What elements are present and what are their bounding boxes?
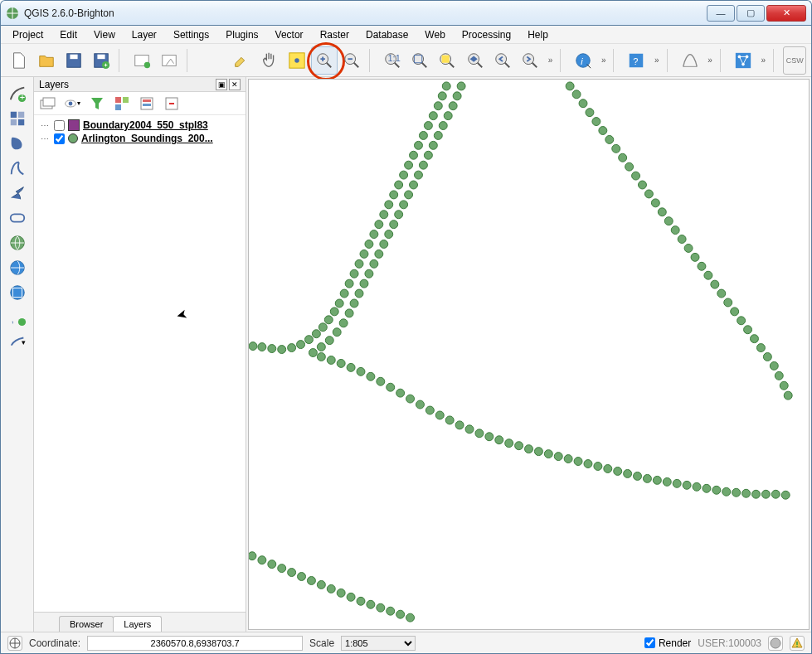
add-delimited-text-button[interactable]: ,: [5, 306, 30, 329]
scale-select[interactable]: 1:805: [341, 636, 416, 651]
toolbar-overflow-2[interactable]: »: [598, 56, 610, 65]
status-bar: Coordinate: Scale 1:805 Render USER:1000…: [1, 632, 811, 653]
add-spatialite-layer-button[interactable]: [5, 157, 30, 180]
toolbar-overflow-1[interactable]: »: [545, 56, 557, 65]
toolbar-overflow-4[interactable]: »: [704, 56, 716, 65]
add-raster-layer-button[interactable]: [5, 107, 30, 130]
csw-button[interactable]: CSW: [783, 46, 806, 75]
panel-close-button[interactable]: ✕: [229, 79, 241, 90]
identify-button[interactable]: i: [571, 46, 596, 75]
topology-button[interactable]: [730, 46, 756, 75]
new-shapefile-button[interactable]: ▾: [5, 331, 30, 354]
menu-edit[interactable]: Edit: [53, 27, 84, 42]
menu-view[interactable]: View: [87, 27, 122, 42]
current-edits-button[interactable]: [229, 46, 255, 75]
help-button[interactable]: ?: [624, 46, 649, 75]
pan-to-selection-button[interactable]: [284, 46, 309, 75]
toolbar-overflow-5[interactable]: »: [757, 56, 769, 65]
map-canvas[interactable]: [248, 79, 810, 630]
menu-plugins[interactable]: Plugins: [219, 27, 265, 42]
svg-point-195: [763, 353, 771, 361]
menu-processing[interactable]: Processing: [455, 27, 518, 42]
add-wfs-layer-button[interactable]: [5, 281, 30, 304]
manage-visibility-button[interactable]: ▾: [64, 95, 80, 112]
svg-point-74: [345, 279, 353, 288]
toggle-extents-button[interactable]: [7, 636, 22, 651]
tree-expander-icon[interactable]: ⋯: [39, 121, 51, 130]
zoom-selection-button[interactable]: [435, 46, 460, 75]
svg-point-159: [732, 488, 741, 497]
toolbar-overflow-3[interactable]: »: [651, 56, 663, 65]
svg-point-125: [396, 389, 405, 397]
new-project-button[interactable]: [6, 46, 32, 75]
menu-layer[interactable]: Layer: [125, 27, 163, 42]
menu-raster[interactable]: Raster: [314, 27, 356, 42]
qgis-logo-icon: [6, 7, 19, 20]
panel-tabs: Browser Layers: [34, 612, 246, 632]
layout-manager-button[interactable]: [157, 46, 182, 75]
svg-point-135: [495, 436, 503, 444]
remove-layer-button[interactable]: [163, 95, 180, 112]
crs-status-button[interactable]: [768, 636, 783, 651]
layer-row-boundary[interactable]: ⋯ Boundary2004_550_stpl83: [34, 119, 246, 132]
svg-point-59: [419, 131, 427, 139]
add-wms-layer-button[interactable]: [5, 231, 30, 254]
svg-point-154: [683, 481, 691, 489]
messages-button[interactable]: [790, 636, 805, 651]
svg-point-157: [712, 486, 721, 494]
tree-expander-icon[interactable]: ⋯: [39, 134, 51, 143]
zoom-last-button[interactable]: [489, 46, 515, 75]
add-oracle-layer-button[interactable]: [5, 206, 30, 230]
render-checkbox[interactable]: [644, 637, 655, 648]
tab-layers[interactable]: Layers: [113, 616, 162, 632]
window-maximize-button[interactable]: ▢: [737, 5, 765, 22]
menu-database[interactable]: Database: [359, 27, 415, 42]
svg-point-123: [377, 377, 385, 385]
coordinate-input[interactable]: [87, 636, 303, 651]
zoom-native-button[interactable]: 1:1: [379, 46, 405, 75]
svg-point-203: [278, 564, 286, 573]
window-minimize-button[interactable]: —: [707, 5, 735, 22]
tab-browser[interactable]: Browser: [59, 616, 114, 632]
zoom-next-button[interactable]: [517, 46, 542, 75]
add-group-button[interactable]: [39, 95, 56, 112]
save-as-button[interactable]: [89, 46, 114, 75]
panel-undock-button[interactable]: ▣: [216, 79, 227, 90]
crs-label[interactable]: USER:100003: [698, 637, 761, 649]
expand-all-button[interactable]: [114, 95, 130, 112]
open-project-button[interactable]: [33, 46, 59, 75]
menu-help[interactable]: Help: [521, 27, 555, 42]
menu-web[interactable]: Web: [418, 27, 451, 42]
add-wcs-layer-button[interactable]: [5, 256, 30, 279]
filter-legend-button[interactable]: [89, 95, 105, 112]
svg-point-96: [419, 161, 427, 169]
zoom-in-button[interactable]: [311, 46, 337, 75]
add-postgis-layer-button[interactable]: [5, 132, 30, 155]
svg-point-215: [396, 610, 405, 618]
svg-point-209: [337, 589, 345, 597]
svg-point-7: [144, 61, 150, 67]
add-vector-layer-button[interactable]: +: [5, 82, 30, 105]
menu-settings[interactable]: Settings: [167, 27, 216, 42]
menu-vector[interactable]: Vector: [269, 27, 310, 42]
svg-point-60: [415, 141, 423, 149]
histogram-button[interactable]: [677, 46, 703, 75]
layer-tree[interactable]: ⋯ Boundary2004_550_stpl83 ⋯ Arlington_So…: [34, 115, 246, 612]
save-project-button[interactable]: [61, 46, 86, 75]
pan-button[interactable]: [256, 46, 282, 75]
layer-visibility-checkbox[interactable]: [54, 133, 65, 144]
layer-visibility-checkbox[interactable]: [54, 120, 65, 131]
new-layout-button[interactable]: [129, 46, 154, 75]
add-mssql-layer-button[interactable]: [5, 182, 30, 205]
svg-point-146: [604, 465, 612, 473]
collapse-all-button[interactable]: [139, 95, 155, 112]
svg-point-201: [258, 556, 266, 564]
zoom-out-button[interactable]: [339, 46, 365, 75]
svg-point-72: [355, 259, 363, 268]
svg-point-94: [429, 141, 437, 149]
layer-row-arlington[interactable]: ⋯ Arlington_Soundings_200...: [34, 132, 246, 145]
window-close-button[interactable]: ✕: [766, 5, 806, 22]
zoom-layer-button[interactable]: [462, 46, 488, 75]
zoom-full-button[interactable]: [407, 46, 433, 75]
menu-project[interactable]: Project: [6, 27, 50, 42]
